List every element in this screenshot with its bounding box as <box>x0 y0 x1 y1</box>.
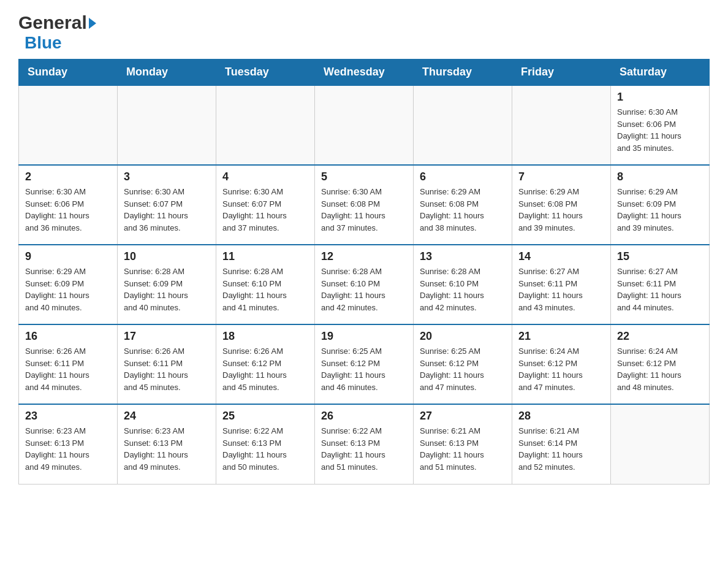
day-number: 17 <box>124 330 210 343</box>
calendar-cell: 26Sunrise: 6:22 AM Sunset: 6:13 PM Dayli… <box>315 404 414 484</box>
calendar-cell: 16Sunrise: 6:26 AM Sunset: 6:11 PM Dayli… <box>19 324 118 404</box>
day-info: Sunrise: 6:22 AM Sunset: 6:13 PM Dayligh… <box>321 425 407 473</box>
calendar-cell: 13Sunrise: 6:28 AM Sunset: 6:10 PM Dayli… <box>414 245 512 324</box>
day-number: 18 <box>222 330 308 343</box>
day-info: Sunrise: 6:22 AM Sunset: 6:13 PM Dayligh… <box>222 425 308 473</box>
day-info: Sunrise: 6:30 AM Sunset: 6:07 PM Dayligh… <box>124 186 210 234</box>
day-info: Sunrise: 6:29 AM Sunset: 6:08 PM Dayligh… <box>518 186 604 234</box>
day-number: 13 <box>420 250 506 263</box>
calendar-cell: 7Sunrise: 6:29 AM Sunset: 6:08 PM Daylig… <box>512 165 611 245</box>
day-info: Sunrise: 6:30 AM Sunset: 6:07 PM Dayligh… <box>222 186 308 234</box>
calendar-cell: 3Sunrise: 6:30 AM Sunset: 6:07 PM Daylig… <box>118 165 216 245</box>
calendar-cell <box>118 85 216 165</box>
logo-triangle-icon <box>89 18 96 29</box>
day-number: 21 <box>518 330 604 343</box>
day-header-tuesday: Tuesday <box>216 59 315 86</box>
day-info: Sunrise: 6:25 AM Sunset: 6:12 PM Dayligh… <box>321 345 407 393</box>
calendar-cell: 18Sunrise: 6:26 AM Sunset: 6:12 PM Dayli… <box>216 324 315 404</box>
calendar-week-row: 23Sunrise: 6:23 AM Sunset: 6:13 PM Dayli… <box>19 404 710 484</box>
calendar-week-row: 9Sunrise: 6:29 AM Sunset: 6:09 PM Daylig… <box>19 245 710 324</box>
calendar-cell <box>315 85 414 165</box>
day-info: Sunrise: 6:21 AM Sunset: 6:14 PM Dayligh… <box>518 425 604 473</box>
day-header-monday: Monday <box>118 59 216 86</box>
calendar-week-row: 16Sunrise: 6:26 AM Sunset: 6:11 PM Dayli… <box>19 324 710 404</box>
calendar-cell <box>512 85 611 165</box>
calendar-cell <box>414 85 512 165</box>
day-info: Sunrise: 6:29 AM Sunset: 6:09 PM Dayligh… <box>25 266 111 313</box>
calendar-cell: 15Sunrise: 6:27 AM Sunset: 6:11 PM Dayli… <box>611 245 710 324</box>
calendar-cell: 4Sunrise: 6:30 AM Sunset: 6:07 PM Daylig… <box>216 165 315 245</box>
calendar-cell: 20Sunrise: 6:25 AM Sunset: 6:12 PM Dayli… <box>414 324 512 404</box>
calendar-table: SundayMondayTuesdayWednesdayThursdayFrid… <box>18 59 710 484</box>
day-info: Sunrise: 6:23 AM Sunset: 6:13 PM Dayligh… <box>25 425 111 473</box>
day-info: Sunrise: 6:21 AM Sunset: 6:13 PM Dayligh… <box>420 425 506 473</box>
day-number: 28 <box>518 410 604 423</box>
day-info: Sunrise: 6:26 AM Sunset: 6:12 PM Dayligh… <box>222 345 308 393</box>
calendar-cell: 5Sunrise: 6:30 AM Sunset: 6:08 PM Daylig… <box>315 165 414 245</box>
day-number: 25 <box>222 410 308 423</box>
calendar-cell: 8Sunrise: 6:29 AM Sunset: 6:09 PM Daylig… <box>611 165 710 245</box>
day-header-friday: Friday <box>512 59 611 86</box>
day-info: Sunrise: 6:24 AM Sunset: 6:12 PM Dayligh… <box>617 345 703 393</box>
day-number: 8 <box>617 170 703 183</box>
day-number: 6 <box>420 170 506 183</box>
day-info: Sunrise: 6:29 AM Sunset: 6:08 PM Dayligh… <box>420 186 506 234</box>
calendar-week-row: 1Sunrise: 6:30 AM Sunset: 6:06 PM Daylig… <box>19 85 710 165</box>
day-header-wednesday: Wednesday <box>315 59 414 86</box>
day-number: 1 <box>617 91 703 104</box>
day-number: 10 <box>124 250 210 263</box>
calendar-header-row: SundayMondayTuesdayWednesdayThursdayFrid… <box>19 59 710 86</box>
day-number: 2 <box>25 170 111 183</box>
day-number: 11 <box>222 250 308 263</box>
day-number: 5 <box>321 170 407 183</box>
logo-blue-text: Blue <box>25 33 96 53</box>
day-number: 14 <box>518 250 604 263</box>
calendar-cell: 2Sunrise: 6:30 AM Sunset: 6:06 PM Daylig… <box>19 165 118 245</box>
calendar-cell: 21Sunrise: 6:24 AM Sunset: 6:12 PM Dayli… <box>512 324 611 404</box>
day-header-thursday: Thursday <box>414 59 512 86</box>
logo-general-text: General <box>18 12 87 33</box>
calendar-cell: 11Sunrise: 6:28 AM Sunset: 6:10 PM Dayli… <box>216 245 315 324</box>
day-header-saturday: Saturday <box>611 59 710 86</box>
calendar-cell: 25Sunrise: 6:22 AM Sunset: 6:13 PM Dayli… <box>216 404 315 484</box>
day-number: 22 <box>617 330 703 343</box>
calendar-cell: 10Sunrise: 6:28 AM Sunset: 6:09 PM Dayli… <box>118 245 216 324</box>
calendar-cell: 28Sunrise: 6:21 AM Sunset: 6:14 PM Dayli… <box>512 404 611 484</box>
day-number: 15 <box>617 250 703 263</box>
day-info: Sunrise: 6:24 AM Sunset: 6:12 PM Dayligh… <box>518 345 604 393</box>
calendar-cell: 6Sunrise: 6:29 AM Sunset: 6:08 PM Daylig… <box>414 165 512 245</box>
day-number: 12 <box>321 250 407 263</box>
calendar-cell: 17Sunrise: 6:26 AM Sunset: 6:11 PM Dayli… <box>118 324 216 404</box>
calendar-cell <box>216 85 315 165</box>
calendar-cell: 22Sunrise: 6:24 AM Sunset: 6:12 PM Dayli… <box>611 324 710 404</box>
day-info: Sunrise: 6:28 AM Sunset: 6:10 PM Dayligh… <box>420 266 506 313</box>
day-number: 26 <box>321 410 407 423</box>
calendar-cell: 9Sunrise: 6:29 AM Sunset: 6:09 PM Daylig… <box>19 245 118 324</box>
day-number: 7 <box>518 170 604 183</box>
day-number: 23 <box>25 410 111 423</box>
day-info: Sunrise: 6:28 AM Sunset: 6:09 PM Dayligh… <box>124 266 210 313</box>
calendar-cell <box>19 85 118 165</box>
day-info: Sunrise: 6:25 AM Sunset: 6:12 PM Dayligh… <box>420 345 506 393</box>
day-number: 24 <box>124 410 210 423</box>
day-info: Sunrise: 6:27 AM Sunset: 6:11 PM Dayligh… <box>518 266 604 313</box>
day-header-sunday: Sunday <box>19 59 118 86</box>
calendar-cell: 14Sunrise: 6:27 AM Sunset: 6:11 PM Dayli… <box>512 245 611 324</box>
logo: General Blue <box>18 12 96 53</box>
calendar-cell: 19Sunrise: 6:25 AM Sunset: 6:12 PM Dayli… <box>315 324 414 404</box>
day-info: Sunrise: 6:26 AM Sunset: 6:11 PM Dayligh… <box>25 345 111 393</box>
calendar-week-row: 2Sunrise: 6:30 AM Sunset: 6:06 PM Daylig… <box>19 165 710 245</box>
calendar-cell: 27Sunrise: 6:21 AM Sunset: 6:13 PM Dayli… <box>414 404 512 484</box>
day-number: 9 <box>25 250 111 263</box>
day-info: Sunrise: 6:30 AM Sunset: 6:06 PM Dayligh… <box>617 106 703 154</box>
day-info: Sunrise: 6:30 AM Sunset: 6:06 PM Dayligh… <box>25 186 111 234</box>
calendar-cell: 12Sunrise: 6:28 AM Sunset: 6:10 PM Dayli… <box>315 245 414 324</box>
day-number: 3 <box>124 170 210 183</box>
day-info: Sunrise: 6:26 AM Sunset: 6:11 PM Dayligh… <box>124 345 210 393</box>
calendar-cell <box>611 404 710 484</box>
day-info: Sunrise: 6:30 AM Sunset: 6:08 PM Dayligh… <box>321 186 407 234</box>
day-info: Sunrise: 6:28 AM Sunset: 6:10 PM Dayligh… <box>321 266 407 313</box>
day-number: 20 <box>420 330 506 343</box>
calendar-cell: 1Sunrise: 6:30 AM Sunset: 6:06 PM Daylig… <box>611 85 710 165</box>
day-info: Sunrise: 6:23 AM Sunset: 6:13 PM Dayligh… <box>124 425 210 473</box>
